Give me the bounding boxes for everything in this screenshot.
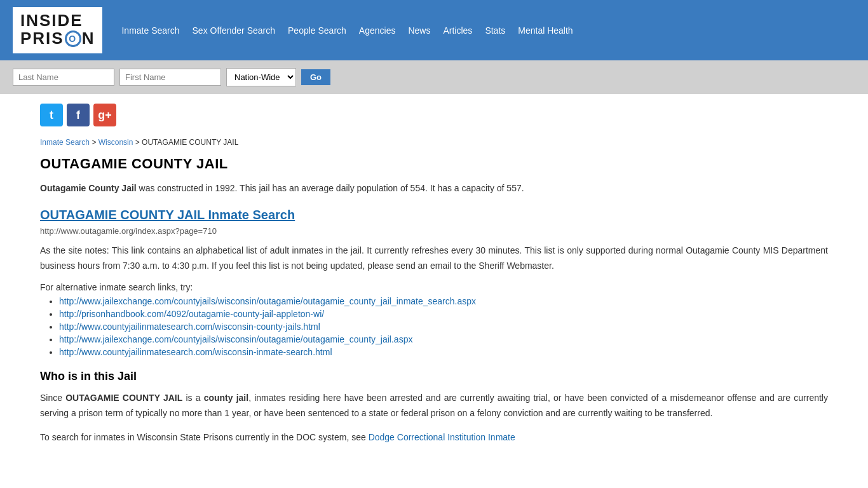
nav-news[interactable]: News — [408, 25, 430, 36]
nav-mental-health[interactable]: Mental Health — [518, 25, 573, 36]
nav-agencies[interactable]: Agencies — [359, 25, 396, 36]
nav-people-search[interactable]: People Search — [288, 25, 346, 36]
search-bar: Nation-Wide Alabama Alaska Arizona Wisco… — [0, 60, 868, 94]
logo-o-circle: O — [65, 30, 81, 47]
inmate-search-url: http://www.outagamie.org/index.aspx?page… — [40, 226, 828, 236]
who-bold-county: county jail — [204, 393, 249, 403]
who-heading: Who is in this Jail — [40, 370, 828, 383]
breadcrumb: Inmate Search > Wisconsin > OUTAGAMIE CO… — [40, 138, 828, 147]
nav-stats[interactable]: Stats — [485, 25, 505, 36]
social-icons: t f g+ — [40, 104, 828, 126]
last-name-input[interactable] — [13, 69, 114, 86]
breadcrumb-inmate-search[interactable]: Inmate Search — [40, 138, 90, 147]
list-item: http://prisonhandbook.com/4092/outagamie… — [59, 309, 828, 319]
alt-links-list: http://www.jailexchange.com/countyjails/… — [40, 296, 828, 357]
search-go-button[interactable]: Go — [301, 69, 330, 85]
breadcrumb-wisconsin[interactable]: Wisconsin — [98, 138, 133, 147]
intro-paragraph: Outagamie County Jail was constructed in… — [40, 181, 828, 196]
who-paragraph-2: To search for inmates in Wisconsin State… — [40, 430, 828, 445]
nav-sex-offender-search[interactable]: Sex Offender Search — [193, 25, 275, 36]
googleplus-icon[interactable]: g+ — [93, 104, 116, 126]
twitter-icon[interactable]: t — [40, 104, 63, 126]
logo-prison-text: PRISON — [20, 29, 95, 48]
nav-articles[interactable]: Articles — [443, 25, 472, 36]
main-nav: Inmate Search Sex Offender Search People… — [121, 25, 573, 36]
site-header: INSIDE PRISON Inmate Search Sex Offender… — [0, 0, 868, 60]
main-content: t f g+ Inmate Search > Wisconsin > OUTAG… — [27, 94, 841, 473]
list-item: http://www.countyjailinmatesearch.com/wi… — [59, 347, 828, 357]
inmate-search-link[interactable]: OUTAGAMIE COUNTY JAIL Inmate Search — [40, 208, 828, 222]
alt-link-5[interactable]: http://www.countyjailinmatesearch.com/wi… — [59, 347, 332, 357]
who-paragraph: Since OUTAGAMIE COUNTY JAIL is a county … — [40, 391, 828, 421]
list-item: http://www.countyjailinmatesearch.com/wi… — [59, 322, 828, 332]
alt-link-4[interactable]: http://www.jailexchange.com/countyjails/… — [59, 334, 412, 344]
dodge-link[interactable]: Dodge Correctional Institution Inmate — [369, 432, 515, 442]
intro-text: was constructed in 1992. This jail has a… — [139, 183, 524, 193]
site-logo[interactable]: INSIDE PRISON — [13, 7, 102, 53]
location-select[interactable]: Nation-Wide Alabama Alaska Arizona Wisco… — [226, 68, 296, 86]
intro-bold: Outagamie County Jail — [40, 183, 137, 193]
list-item: http://www.jailexchange.com/countyjails/… — [59, 296, 828, 306]
alt-link-1[interactable]: http://www.jailexchange.com/countyjails/… — [59, 296, 476, 306]
alt-link-3[interactable]: http://www.countyjailinmatesearch.com/wi… — [59, 322, 320, 332]
list-item: http://www.jailexchange.com/countyjails/… — [59, 334, 828, 344]
facebook-icon[interactable]: f — [67, 104, 90, 126]
nav-inmate-search[interactable]: Inmate Search — [121, 25, 179, 36]
breadcrumb-separator-2: > — [135, 138, 142, 147]
description-paragraph: As the site notes: This link contains an… — [40, 243, 828, 274]
who-bold-jail: OUTAGAMIE COUNTY JAIL — [65, 393, 182, 403]
page-title: OUTAGAMIE COUNTY JAIL — [40, 156, 828, 172]
alt-link-2[interactable]: http://prisonhandbook.com/4092/outagamie… — [59, 309, 324, 319]
alt-links-intro: For alternative inmate search links, try… — [40, 282, 828, 292]
breadcrumb-current: OUTAGAMIE COUNTY JAIL — [142, 138, 238, 147]
logo-inside-text: INSIDE — [20, 12, 95, 29]
first-name-input[interactable] — [119, 69, 221, 86]
breadcrumb-separator-1: > — [92, 138, 98, 147]
